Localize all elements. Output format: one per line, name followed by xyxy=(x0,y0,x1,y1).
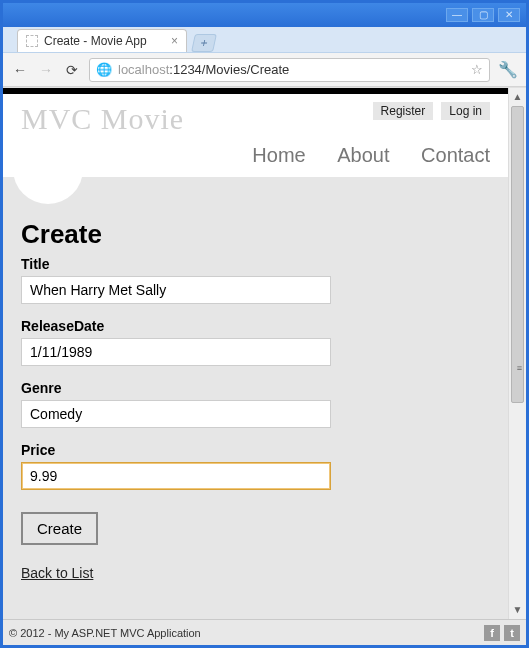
title-label: Title xyxy=(21,256,490,272)
genre-label: Genre xyxy=(21,380,490,396)
create-button[interactable]: Create xyxy=(21,512,98,545)
social-icons: f t xyxy=(484,625,520,641)
back-to-list-link[interactable]: Back to List xyxy=(21,565,93,581)
tab-favicon xyxy=(26,35,38,47)
browser-toolbar: ← → ⟳ 🌐 localhost:1234/Movies/Create ☆ 🔧 xyxy=(3,53,526,87)
scroll-mark-icon: ≡ xyxy=(517,363,522,373)
site-brand: MVC Movie xyxy=(21,102,184,136)
browser-tab[interactable]: Create - Movie App × xyxy=(17,29,187,52)
reload-button[interactable]: ⟳ xyxy=(63,62,81,78)
window-minimize-button[interactable]: — xyxy=(446,8,468,22)
scroll-down-button[interactable]: ▼ xyxy=(509,601,526,619)
tab-title: Create - Movie App xyxy=(44,34,147,48)
window-titlebar: — ▢ ✕ xyxy=(3,3,526,27)
address-bar[interactable]: 🌐 localhost:1234/Movies/Create ☆ xyxy=(89,58,490,82)
nav-contact[interactable]: Contact xyxy=(421,144,490,166)
forward-button: → xyxy=(37,62,55,78)
tab-close-icon[interactable]: × xyxy=(171,34,178,48)
vertical-scrollbar[interactable]: ▲ ≡ ▼ xyxy=(508,88,526,619)
settings-wrench-icon[interactable]: 🔧 xyxy=(498,60,518,79)
status-bar: © 2012 - My ASP.NET MVC Application f t xyxy=(3,619,526,645)
tab-strip: Create - Movie App × + xyxy=(3,27,526,53)
register-link[interactable]: Register xyxy=(373,102,434,120)
url-host: localhost xyxy=(118,62,169,77)
back-button[interactable]: ← xyxy=(11,62,29,78)
login-link[interactable]: Log in xyxy=(441,102,490,120)
window-close-button[interactable]: ✕ xyxy=(498,8,520,22)
price-input[interactable] xyxy=(21,462,331,490)
nav-home[interactable]: Home xyxy=(252,144,305,166)
url-path: :1234/Movies/Create xyxy=(169,62,289,77)
page-title: Create xyxy=(21,219,490,250)
new-tab-button[interactable]: + xyxy=(191,34,217,52)
scroll-thumb[interactable] xyxy=(511,106,524,403)
page: MVC Movie Register Log in Home About Con… xyxy=(3,88,508,619)
auth-links: Register Log in xyxy=(373,102,490,120)
facebook-icon[interactable]: f xyxy=(484,625,500,641)
header-curve xyxy=(13,159,83,204)
price-label: Price xyxy=(21,442,490,458)
twitter-icon[interactable]: t xyxy=(504,625,520,641)
content-area: Create Title ReleaseDate Genre Price Cre… xyxy=(3,177,508,619)
scroll-track[interactable]: ≡ xyxy=(509,106,526,601)
bookmark-star-icon[interactable]: ☆ xyxy=(471,62,483,77)
main-nav: Home About Contact xyxy=(21,144,490,167)
window-maximize-button[interactable]: ▢ xyxy=(472,8,494,22)
globe-icon: 🌐 xyxy=(96,62,112,77)
release-date-input[interactable] xyxy=(21,338,331,366)
genre-input[interactable] xyxy=(21,400,331,428)
browser-window: — ▢ ✕ Create - Movie App × + ← → ⟳ 🌐 loc… xyxy=(0,0,529,648)
nav-about[interactable]: About xyxy=(337,144,389,166)
release-date-label: ReleaseDate xyxy=(21,318,490,334)
title-input[interactable] xyxy=(21,276,331,304)
viewport: MVC Movie Register Log in Home About Con… xyxy=(3,87,526,619)
footer-copyright: © 2012 - My ASP.NET MVC Application xyxy=(9,627,201,639)
scroll-up-button[interactable]: ▲ xyxy=(509,88,526,106)
